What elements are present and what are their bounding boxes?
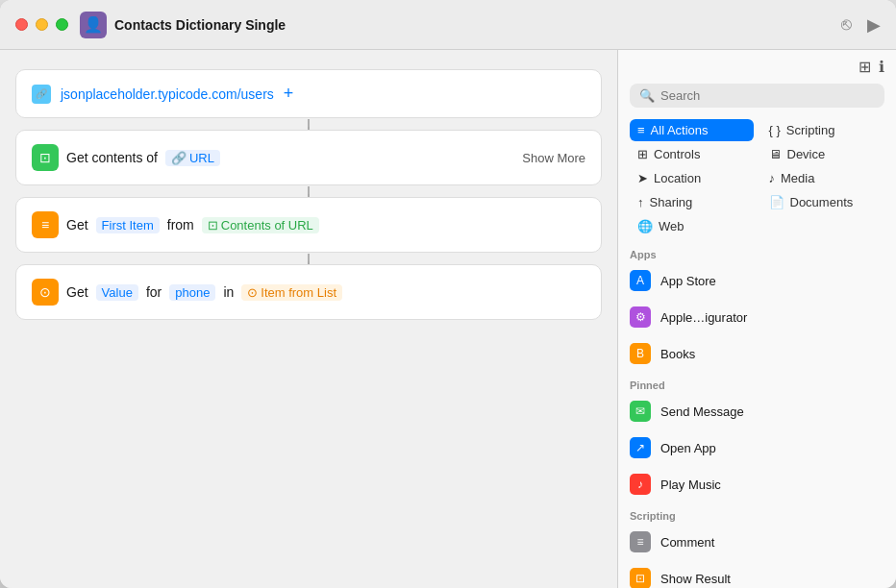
cat-device[interactable]: 🖥 Device	[761, 143, 885, 165]
window-title: Contacts Dictionary Single	[114, 17, 841, 33]
app-store-item[interactable]: A App Store	[618, 262, 896, 299]
play-music-label: Play Music	[660, 478, 721, 492]
url-tag[interactable]: 🔗 URL	[165, 150, 220, 166]
apple-igurator-icon: ⚙	[630, 306, 651, 328]
send-message-item[interactable]: ✉ Send Message	[618, 393, 896, 429]
search-input[interactable]	[660, 88, 875, 103]
search-icon: 🔍	[639, 88, 655, 103]
action-scroll-area[interactable]: Apps A App Store ⚙ Apple…igurator B Book…	[618, 241, 896, 588]
comment-icon: ≡	[630, 531, 651, 552]
location-icon: ➤	[637, 171, 648, 185]
scripting-section-label: Scripting	[618, 502, 896, 524]
all-actions-icon: ≡	[637, 123, 645, 137]
device-icon: 🖥	[769, 147, 782, 161]
documents-icon: 📄	[769, 195, 784, 209]
web-icon: 🌐	[637, 219, 653, 233]
books-label: Books	[660, 347, 695, 361]
pinned-section-label: Pinned	[618, 372, 896, 393]
scripting-icon: { }	[769, 123, 781, 137]
search-bar[interactable]: 🔍	[630, 84, 884, 108]
titlebar: 👤 Contacts Dictionary Single ⎋ ▶	[0, 0, 896, 50]
get-contents-block: ⊡ Get contents of 🔗 URL Show More	[15, 130, 602, 185]
from-label: from	[167, 217, 194, 233]
cat-location[interactable]: ➤ Location	[630, 167, 754, 189]
contents-icon: ⊡	[208, 218, 218, 233]
play-music-icon: ♪	[630, 474, 651, 495]
cat-sharing[interactable]: ↑ Sharing	[630, 191, 754, 213]
cat-documents[interactable]: 📄 Documents	[761, 191, 885, 213]
contents-of-url-tag[interactable]: ⊡ Contents of URL	[202, 217, 319, 233]
cat-all-actions-label: All Actions	[651, 123, 709, 137]
cat-controls[interactable]: ⊞ Controls	[630, 143, 754, 165]
url-text[interactable]: jsonplaceholder.typicode.com/users	[61, 86, 274, 102]
categories-grid: ≡ All Actions { } Scripting ⊞ Controls 🖥…	[618, 115, 896, 241]
open-app-label: Open App	[660, 441, 716, 455]
get-label: Get	[66, 217, 88, 233]
titlebar-actions: ⎋ ▶	[841, 14, 881, 36]
comment-label: Comment	[660, 535, 714, 550]
cat-location-label: Location	[654, 171, 701, 185]
cat-media-label: Media	[781, 171, 814, 185]
add-action-button[interactable]: ⊞	[859, 58, 871, 76]
cat-scripting[interactable]: { } Scripting	[761, 119, 885, 141]
get-value-block: ⊙ Get Value for phone in ⊙ Item from Lis…	[15, 264, 602, 320]
traffic-lights	[15, 18, 68, 31]
maximize-button[interactable]	[56, 18, 68, 31]
books-icon: B	[630, 343, 651, 364]
send-message-label: Send Message	[660, 404, 744, 419]
controls-icon: ⊞	[637, 147, 648, 161]
cat-sharing-label: Sharing	[650, 195, 693, 209]
app-icon: 👤	[80, 12, 107, 38]
media-icon: ♪	[769, 171, 776, 185]
get-contents-icon: ⊡	[32, 144, 59, 171]
add-url-button[interactable]: +	[284, 84, 294, 104]
first-item-tag[interactable]: First Item	[96, 217, 160, 233]
show-result-item[interactable]: ⊡ Show Result	[618, 560, 896, 588]
show-result-label: Show Result	[660, 572, 731, 586]
share-button[interactable]: ⎋	[841, 14, 852, 35]
open-app-item[interactable]: ↗ Open App	[618, 429, 896, 466]
get-value-icon: ⊙	[32, 279, 59, 306]
sharing-icon: ↑	[637, 195, 644, 209]
item-icon: ⊙	[247, 285, 258, 300]
cat-device-label: Device	[787, 147, 826, 161]
get-item-icon: ≡	[32, 211, 59, 238]
url-tag-icon: 🔗	[171, 151, 187, 165]
in-label: in	[223, 284, 234, 300]
main-window: 👤 Contacts Dictionary Single ⎋ ▶ 🔗 jsonp…	[0, 0, 896, 588]
play-music-item[interactable]: ♪ Play Music	[618, 466, 896, 502]
cat-web-label: Web	[659, 219, 684, 233]
cat-all-actions[interactable]: ≡ All Actions	[630, 119, 754, 141]
for-label: for	[146, 284, 162, 300]
app-store-label: App Store	[660, 274, 716, 288]
get-contents-label: Get contents of	[66, 150, 158, 165]
app-store-icon: A	[630, 270, 651, 291]
get-item-block: ≡ Get First Item from ⊡ Contents of URL	[15, 197, 602, 253]
right-panel: ⊞ ℹ 🔍 ≡ All Actions { } Scripting ⊞	[617, 50, 896, 588]
panel-top-buttons: ⊞ ℹ	[618, 50, 896, 80]
main-content: 🔗 jsonplaceholder.typicode.com/users + ⊡…	[0, 50, 896, 588]
cat-controls-label: Controls	[654, 147, 700, 161]
item-from-list-tag[interactable]: ⊙ Item from List	[241, 284, 342, 301]
run-button[interactable]: ▶	[867, 14, 881, 36]
books-item[interactable]: B Books	[618, 335, 896, 372]
cat-scripting-label: Scripting	[786, 123, 835, 137]
comment-item[interactable]: ≡ Comment	[618, 524, 896, 560]
cat-media[interactable]: ♪ Media	[761, 167, 885, 189]
open-app-icon: ↗	[630, 437, 651, 458]
info-button[interactable]: ℹ	[879, 58, 884, 76]
value-tag[interactable]: Value	[96, 284, 138, 301]
apple-igurator-label: Apple…igurator	[660, 310, 747, 325]
cat-web[interactable]: 🌐 Web	[630, 215, 754, 237]
send-message-icon: ✉	[630, 401, 651, 422]
phone-tag[interactable]: phone	[169, 284, 215, 301]
cat-documents-label: Documents	[790, 195, 854, 209]
show-more-button[interactable]: Show More	[522, 151, 585, 165]
show-result-icon: ⊡	[630, 568, 651, 588]
minimize-button[interactable]	[36, 18, 48, 31]
apple-igurator-item[interactable]: ⚙ Apple…igurator	[618, 299, 896, 335]
apps-section-label: Apps	[618, 241, 896, 262]
url-block[interactable]: 🔗 jsonplaceholder.typicode.com/users +	[15, 69, 602, 118]
get-value-label: Get	[66, 284, 88, 300]
close-button[interactable]	[15, 18, 28, 31]
